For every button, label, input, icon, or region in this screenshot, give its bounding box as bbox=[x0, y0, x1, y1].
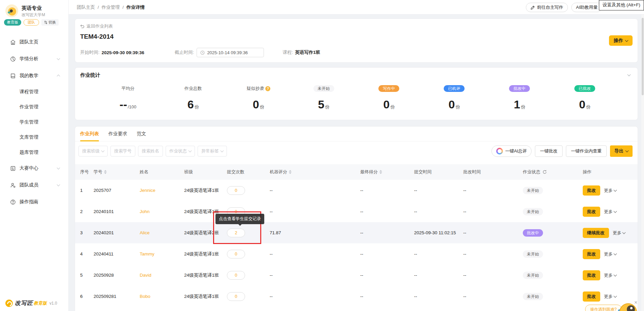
correct-button[interactable]: 批改 bbox=[583, 207, 600, 217]
chevron-down-icon bbox=[614, 252, 617, 255]
help-trouble-button[interactable]: 操作遇到困难? bbox=[585, 305, 622, 311]
continue-correct-button[interactable]: 继续批改 bbox=[583, 228, 609, 238]
correct-button[interactable]: 批改 bbox=[583, 270, 600, 280]
chevron-down-icon bbox=[57, 166, 60, 170]
tab-homework-requirements[interactable]: 作业要求 bbox=[108, 127, 127, 141]
stat-correcting: 批改中 1份 bbox=[487, 84, 552, 113]
student-name-link[interactable]: Jennice bbox=[140, 188, 184, 193]
org-name: 改写匠大学M bbox=[22, 12, 45, 18]
breadcrumb-homework-management[interactable]: 作业管理 bbox=[102, 4, 120, 10]
sortable-column-student-id[interactable]: 学号 bbox=[94, 169, 140, 175]
status-badge: 已批改 bbox=[574, 85, 595, 92]
chevron-up-icon bbox=[57, 75, 60, 78]
sidebar-item-contest-center[interactable]: 大赛中心 bbox=[0, 160, 68, 177]
filter-class-select[interactable]: 搜索班级 bbox=[78, 146, 108, 157]
submission-count-pill[interactable]: 2 bbox=[227, 229, 245, 237]
sort-icon bbox=[379, 170, 382, 174]
student-name-link[interactable]: John bbox=[140, 209, 184, 214]
submission-count-pill[interactable]: 0 bbox=[227, 186, 245, 195]
main-content: 返回作业列表 TEM4-2014 开始时间: 2025-09-30 09:39:… bbox=[69, 14, 644, 311]
version-label: v1.0 bbox=[49, 301, 57, 306]
filter-abnormal-tag-select[interactable]: 异常标签 bbox=[198, 146, 227, 157]
status-badge: 未开始 bbox=[523, 250, 543, 258]
breadcrumb-team-home[interactable]: 团队主页 bbox=[77, 4, 95, 10]
student-name-link[interactable]: David bbox=[140, 273, 184, 278]
assignment-header-card: 返回作业列表 TEM4-2014 开始时间: 2025-09-30 09:39:… bbox=[75, 19, 638, 63]
table-body: 1 2025707 Jennice 24级英语笔译1班 0 -- -- -- -… bbox=[75, 180, 638, 307]
student-name-link[interactable]: Alice bbox=[140, 230, 184, 235]
edition-badge: 教育版 bbox=[4, 19, 21, 26]
bulk-ai-review-button[interactable]: 一键AI总评 bbox=[492, 145, 532, 157]
sortable-column-final-score[interactable]: 最终得分 bbox=[360, 169, 414, 175]
refresh-icon[interactable] bbox=[542, 170, 547, 174]
sidebar-item-course-management[interactable]: 课程管理 bbox=[0, 84, 68, 99]
stat-total: 作业总数 6份 bbox=[161, 84, 226, 113]
student-name-link[interactable]: Tammy bbox=[140, 251, 184, 256]
student-name-link[interactable]: Bobo bbox=[140, 294, 184, 299]
table-row: 5 20250928 David 24级英语笔译1班 0 -- -- -- --… bbox=[75, 265, 638, 286]
correct-button[interactable]: 批改 bbox=[583, 249, 600, 259]
go-write-button[interactable]: 前往自主写作 bbox=[526, 3, 568, 12]
export-button[interactable]: 导出 bbox=[610, 145, 633, 157]
chevron-down-icon bbox=[614, 273, 617, 276]
sidebar-item-my-teaching[interactable]: 我的教学 bbox=[0, 67, 68, 84]
statistics-title: 作业统计 bbox=[80, 72, 100, 78]
assignment-title: TEM4-2014 bbox=[80, 33, 113, 40]
sidebar-item-guide[interactable]: 操作指南 bbox=[0, 194, 68, 210]
pie-chart-icon bbox=[10, 56, 16, 62]
contest-icon bbox=[10, 166, 16, 171]
chevron-down-icon bbox=[221, 149, 224, 152]
more-dropdown[interactable]: 更多 bbox=[613, 230, 625, 236]
sort-icon bbox=[104, 170, 107, 174]
filter-status-select[interactable]: 作业状态 bbox=[166, 146, 195, 157]
sidebar: 英语专业 改写匠大学M 教育版 团队 切换 团队主页 学情分析 我的教学 课程管… bbox=[0, 0, 69, 311]
close-icon[interactable]: × bbox=[634, 300, 637, 306]
table-row: 2 20240101 John 24级英语笔译1班 0 -- -- -- -- … bbox=[75, 201, 638, 222]
more-dropdown[interactable]: 更多 bbox=[604, 209, 616, 215]
submission-count-pill[interactable]: 0 bbox=[227, 271, 245, 280]
chevron-down-icon bbox=[189, 149, 192, 152]
team-logo bbox=[5, 4, 18, 17]
help-icon[interactable]: ? bbox=[265, 86, 270, 91]
filter-student-id-input[interactable]: 搜索学号 bbox=[110, 146, 135, 157]
submission-count-pill[interactable]: 0 bbox=[227, 292, 245, 301]
more-dropdown[interactable]: 更多 bbox=[604, 293, 616, 300]
sort-icon bbox=[289, 170, 292, 174]
tab-sample-essay[interactable]: 范文 bbox=[137, 127, 146, 141]
deadline-input[interactable]: 2025-10-14 09:39:36 bbox=[197, 48, 264, 57]
sidebar-item-library-management[interactable]: 文库管理 bbox=[0, 130, 68, 145]
more-dropdown[interactable]: 更多 bbox=[604, 187, 616, 194]
sidebar-item-team-home[interactable]: 团队主页 bbox=[0, 34, 68, 50]
filter-name-input[interactable]: 搜索姓名 bbox=[138, 146, 163, 157]
correct-button[interactable]: 批改 bbox=[583, 291, 600, 302]
more-dropdown[interactable]: 更多 bbox=[604, 272, 616, 278]
table-row: 6 202509281 Bobo 24级英语笔译1班 0 -- -- -- --… bbox=[75, 286, 638, 307]
bulk-plagiarism-check-button[interactable]: 一键作业内查重 bbox=[566, 145, 607, 157]
more-dropdown[interactable]: 更多 bbox=[604, 251, 616, 257]
sidebar-item-question-bank[interactable]: 题库管理 bbox=[0, 145, 68, 160]
breadcrumb: 团队主页/ 作业管理/ 作业详情 bbox=[77, 0, 145, 14]
sidebar-item-homework-management[interactable]: 作业管理 bbox=[0, 99, 68, 114]
table-header: 序号 学号 姓名 班级 提交次数 机器评分 最终得分 提交时间 批改时间 作业状… bbox=[75, 164, 638, 180]
book-icon bbox=[10, 73, 16, 79]
sidebar-item-student-management[interactable]: 学生管理 bbox=[0, 114, 68, 130]
sortable-column-machine-score[interactable]: 机器评分 bbox=[270, 169, 360, 175]
switch-button[interactable]: 切换 bbox=[41, 19, 59, 26]
action-dropdown-button[interactable]: 操作 bbox=[609, 35, 633, 46]
bulk-correct-button[interactable]: 一键批改 bbox=[535, 145, 563, 157]
back-to-list-button[interactable]: 返回作业列表 bbox=[80, 23, 113, 29]
collapse-chevron-icon[interactable] bbox=[628, 73, 631, 76]
sidebar-item-analysis[interactable]: 学情分析 bbox=[0, 50, 68, 67]
start-time-label: 开始时间: bbox=[80, 49, 100, 56]
tab-homework-list[interactable]: 作业列表 bbox=[80, 127, 99, 141]
start-time-value: 2025-09-30 09:39:36 bbox=[102, 50, 144, 55]
scrollbar-thumb[interactable] bbox=[642, 18, 644, 95]
chevron-down-icon bbox=[625, 38, 629, 42]
ai-usage-button[interactable]: AI助教用量 bbox=[571, 3, 602, 12]
sidebar-item-team-members[interactable]: 团队成员 bbox=[0, 177, 68, 194]
correct-button[interactable]: 批改 bbox=[583, 185, 600, 196]
chevron-down-icon bbox=[57, 183, 60, 186]
submission-count-pill[interactable]: 0 bbox=[227, 250, 245, 258]
clock-icon bbox=[200, 50, 205, 55]
statistics-card: 作业统计 平均分 --/100 作业总数 6份 疑似抄袭? 0份 未开始 5份 … bbox=[75, 67, 638, 120]
